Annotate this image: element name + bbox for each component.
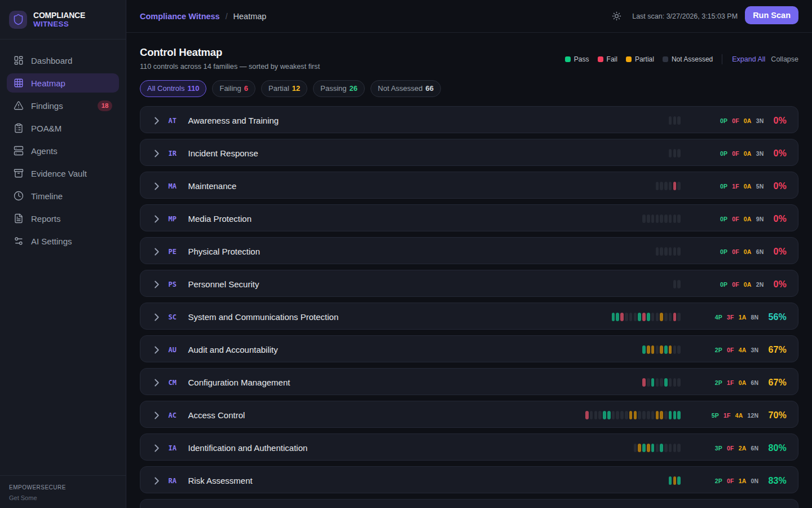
control-cell[interactable] bbox=[660, 313, 663, 321]
control-cell[interactable] bbox=[651, 378, 655, 387]
control-cell[interactable] bbox=[673, 280, 677, 288]
control-cell[interactable] bbox=[620, 411, 624, 419]
control-cell[interactable] bbox=[625, 313, 628, 321]
control-cell[interactable] bbox=[660, 378, 663, 387]
control-cell[interactable] bbox=[664, 182, 668, 190]
control-cell[interactable] bbox=[585, 411, 589, 419]
control-cell[interactable] bbox=[660, 345, 663, 354]
control-cell[interactable] bbox=[647, 444, 650, 452]
control-cell[interactable] bbox=[656, 313, 659, 321]
control-cell[interactable] bbox=[673, 214, 677, 223]
filter-chip-not-assessed[interactable]: Not Assessed66 bbox=[370, 80, 441, 97]
control-cell[interactable] bbox=[642, 345, 646, 354]
control-cell[interactable] bbox=[673, 116, 677, 125]
family-row-cm[interactable]: CMConfiguration Management2P1F0A6N67% bbox=[140, 368, 798, 395]
control-cell[interactable] bbox=[642, 411, 646, 419]
control-cell[interactable] bbox=[642, 378, 646, 387]
family-row-ir[interactable]: IRIncident Response0P0F0A3N0% bbox=[140, 139, 798, 166]
control-cell[interactable] bbox=[669, 378, 672, 387]
sidebar-item-dashboard[interactable]: Dashboard bbox=[7, 51, 119, 70]
control-cell[interactable] bbox=[638, 313, 641, 321]
control-cell[interactable] bbox=[620, 313, 624, 321]
collapse-link[interactable]: Collapse bbox=[771, 55, 798, 63]
control-cell[interactable] bbox=[603, 411, 606, 419]
control-cell[interactable] bbox=[656, 247, 659, 256]
control-cell[interactable] bbox=[638, 411, 641, 419]
family-row-pe[interactable]: PEPhysical Protection0P0F0A6N0% bbox=[140, 237, 798, 264]
control-cell[interactable] bbox=[642, 444, 646, 452]
sidebar-item-ai-settings[interactable]: AI Settings bbox=[7, 231, 119, 251]
control-cell[interactable] bbox=[673, 149, 677, 157]
control-cell[interactable] bbox=[664, 214, 668, 223]
control-cell[interactable] bbox=[673, 411, 677, 419]
control-cell[interactable] bbox=[664, 313, 668, 321]
control-cell[interactable] bbox=[647, 214, 650, 223]
family-row-at[interactable]: ATAwareness and Training0P0F0A3N0% bbox=[140, 106, 798, 133]
control-cell[interactable] bbox=[673, 476, 677, 485]
control-cell[interactable] bbox=[607, 411, 611, 419]
control-cell[interactable] bbox=[664, 247, 668, 256]
filter-chip-passing[interactable]: Passing26 bbox=[313, 80, 365, 97]
control-cell[interactable] bbox=[660, 444, 663, 452]
control-cell[interactable] bbox=[651, 313, 655, 321]
control-cell[interactable] bbox=[669, 182, 672, 190]
control-cell[interactable] bbox=[664, 345, 668, 354]
control-cell[interactable] bbox=[638, 444, 641, 452]
control-cell[interactable] bbox=[673, 182, 677, 190]
control-cell[interactable] bbox=[669, 476, 672, 485]
control-cell[interactable] bbox=[669, 411, 672, 419]
control-cell[interactable] bbox=[664, 411, 668, 419]
breadcrumb-root[interactable]: Compliance Witness bbox=[140, 12, 220, 21]
control-cell[interactable] bbox=[669, 116, 672, 125]
control-cell[interactable] bbox=[651, 214, 655, 223]
control-cell[interactable] bbox=[612, 313, 615, 321]
family-row-ac[interactable]: ACAccess Control5P1F4A12N70% bbox=[140, 401, 798, 428]
sidebar-item-poa-m[interactable]: POA&M bbox=[7, 119, 119, 138]
control-cell[interactable] bbox=[656, 182, 659, 190]
control-cell[interactable] bbox=[634, 313, 637, 321]
sidebar-item-evidence-vault[interactable]: Evidence Vault bbox=[7, 164, 119, 183]
control-cell[interactable] bbox=[664, 378, 668, 387]
family-row-ps[interactable]: PSPersonnel Security0P0F0A2N0% bbox=[140, 270, 798, 297]
control-cell[interactable] bbox=[642, 313, 646, 321]
control-cell[interactable] bbox=[660, 411, 663, 419]
control-cell[interactable] bbox=[634, 411, 637, 419]
control-cell[interactable] bbox=[590, 411, 593, 419]
control-cell[interactable] bbox=[651, 444, 655, 452]
control-cell[interactable] bbox=[660, 182, 663, 190]
control-cell[interactable] bbox=[642, 214, 646, 223]
family-row-ia[interactable]: IAIdentification and Authentication3P0F2… bbox=[140, 433, 798, 461]
family-row-partial[interactable] bbox=[140, 499, 798, 508]
control-cell[interactable] bbox=[647, 378, 650, 387]
filter-chip-partial[interactable]: Partial12 bbox=[261, 80, 307, 97]
family-row-sc[interactable]: SCSystem and Communications Protection4P… bbox=[140, 303, 798, 330]
filter-chip-all-controls[interactable]: All Controls110 bbox=[140, 80, 206, 97]
control-cell[interactable] bbox=[651, 411, 655, 419]
control-cell[interactable] bbox=[616, 313, 619, 321]
control-cell[interactable] bbox=[634, 444, 637, 452]
control-cell[interactable] bbox=[673, 345, 677, 354]
control-cell[interactable] bbox=[656, 345, 659, 354]
control-cell[interactable] bbox=[656, 214, 659, 223]
control-cell[interactable] bbox=[660, 247, 663, 256]
family-row-ma[interactable]: MAMaintenance0P1F0A5N0% bbox=[140, 172, 798, 199]
control-cell[interactable] bbox=[669, 313, 672, 321]
family-row-au[interactable]: AUAudit and Accountability2P0F4A3N67% bbox=[140, 335, 798, 362]
control-cell[interactable] bbox=[651, 345, 655, 354]
control-cell[interactable] bbox=[598, 411, 602, 419]
control-cell[interactable] bbox=[673, 444, 677, 452]
control-cell[interactable] bbox=[673, 378, 677, 387]
control-cell[interactable] bbox=[660, 214, 663, 223]
control-cell[interactable] bbox=[647, 411, 650, 419]
expand-all-link[interactable]: Expand All bbox=[732, 55, 765, 63]
control-cell[interactable] bbox=[664, 444, 668, 452]
sidebar-item-agents[interactable]: Agents bbox=[7, 141, 119, 160]
family-row-ra[interactable]: RARisk Assessment2P0F1A0N83% bbox=[140, 466, 798, 493]
control-cell[interactable] bbox=[669, 444, 672, 452]
control-cell[interactable] bbox=[625, 411, 628, 419]
sidebar-item-reports[interactable]: Reports bbox=[7, 209, 119, 228]
control-cell[interactable] bbox=[669, 214, 672, 223]
sidebar-item-timeline[interactable]: Timeline bbox=[7, 186, 119, 205]
sidebar-item-findings[interactable]: Findings18 bbox=[7, 96, 119, 115]
filter-chip-failing[interactable]: Failing6 bbox=[212, 80, 255, 97]
